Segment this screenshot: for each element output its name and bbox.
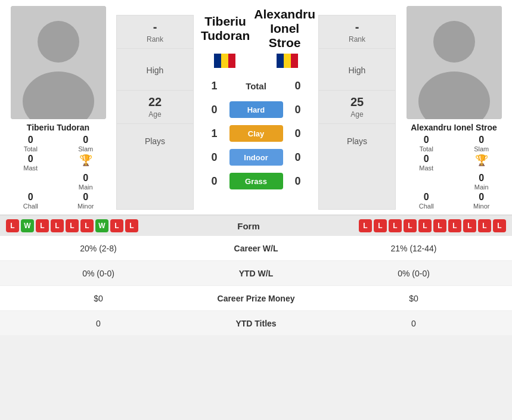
- left-flag: [214, 54, 235, 70]
- right-player-card: Alexandru Ionel Stroe 0 Total 0 Slam 0 M…: [396, 6, 512, 210]
- right-stat-box: - Rank High 25 Age Plays: [318, 15, 396, 210]
- left-rank-row: - Rank: [117, 15, 193, 49]
- score-rows: 1 Total 0 0 Hard 0 1 Clay 0 0 Indoor: [194, 75, 318, 192]
- right-total-stat: 0 Total: [402, 135, 451, 153]
- ytd-wl-right: 0% (0-0): [315, 269, 512, 278]
- form-badge: L: [478, 219, 491, 232]
- left-stat-box: - Rank High 22 Age Plays: [116, 15, 194, 210]
- right-main-stat: 0 Main: [457, 173, 507, 191]
- score-grass-row: 0 Grass 0: [194, 170, 318, 192]
- left-minor-stat: 0 Minor: [61, 192, 111, 210]
- svg-point-10: [433, 21, 475, 63]
- ytd-titles-row: 0 YTD Titles 0: [0, 311, 512, 336]
- right-plays-row: Plays: [319, 124, 395, 157]
- form-label: Form: [237, 221, 260, 231]
- career-wl-right: 21% (12-44): [315, 244, 512, 253]
- form-badge: L: [433, 219, 446, 232]
- right-flag: [277, 54, 298, 70]
- left-plays-row: Plays: [117, 124, 193, 157]
- right-form-badges: LLLLLLLLLL: [359, 219, 506, 232]
- score-indoor-row: 0 Indoor 0: [194, 147, 318, 168]
- left-high-row: High: [117, 49, 193, 91]
- form-badge: L: [66, 219, 79, 232]
- right-trophy-icon: 🏆: [457, 154, 507, 172]
- form-badge: L: [125, 219, 138, 232]
- main-container: Tiberiu Tudoran 0 Total 0 Slam 0 Mast 🏆: [0, 0, 512, 336]
- form-badge: W: [95, 219, 108, 232]
- right-rank-row: - Rank: [319, 15, 395, 49]
- left-age-row: 22 Age: [117, 91, 193, 124]
- form-badge: L: [404, 219, 417, 232]
- right-player-stats: 0 Total 0 Slam 0 Mast 🏆 0 Main: [399, 135, 509, 210]
- career-wl-label: Career W/L: [197, 244, 315, 253]
- career-prize-label: Career Prize Money: [197, 294, 315, 303]
- right-player-avatar: [407, 6, 502, 119]
- ytd-titles-label: YTD Titles: [197, 319, 315, 328]
- left-mast-stat: 0 Mast: [6, 154, 55, 172]
- ytd-wl-row: 0% (0-0) YTD W/L 0% (0-0): [0, 261, 512, 286]
- score-hard-row: 0 Hard 0: [194, 99, 318, 120]
- right-name-header: Alexandru Ionel Stroe: [254, 7, 315, 50]
- flags-row: [194, 54, 318, 75]
- career-prize-row: $0 Career Prize Money $0: [0, 286, 512, 311]
- form-badge: L: [80, 219, 94, 232]
- form-badge: L: [448, 219, 461, 232]
- right-chall-stat: 0 Chall: [402, 192, 451, 210]
- left-player-name: Tiberiu Tudoran: [27, 123, 89, 132]
- left-form-badges: LWLLLLWLL: [6, 219, 138, 232]
- center-col: Tiberiu Tudoran Alexandru Ionel Stroe: [194, 6, 318, 210]
- form-badge: L: [51, 219, 64, 232]
- left-player-card: Tiberiu Tudoran 0 Total 0 Slam 0 Mast 🏆: [0, 6, 116, 210]
- form-badge: L: [6, 219, 19, 232]
- career-wl-left: 20% (2-8): [0, 244, 197, 253]
- ytd-wl-label: YTD W/L: [197, 269, 315, 278]
- right-age-row: 25 Age: [319, 91, 395, 124]
- form-badge: L: [359, 219, 372, 232]
- left-total-stat: 0 Total: [6, 135, 55, 153]
- form-section: LWLLLLWLL Form LLLLLLLLLL: [0, 214, 512, 236]
- left-name-header: Tiberiu Tudoran: [197, 14, 254, 43]
- players-section: Tiberiu Tudoran 0 Total 0 Slam 0 Mast 🏆: [0, 0, 512, 210]
- form-badge: L: [493, 219, 506, 232]
- left-player-stats: 0 Total 0 Slam 0 Mast 🏆 0 Main: [3, 135, 113, 210]
- form-badge: L: [463, 219, 476, 232]
- right-player-name: Alexandru Ionel Stroe: [411, 123, 497, 132]
- svg-rect-4: [221, 54, 228, 68]
- left-slam-stat: 0 Slam: [61, 135, 111, 153]
- stats-rows: 20% (2-8) Career W/L 21% (12-44) 0% (0-0…: [0, 236, 512, 336]
- right-mast-stat: 0 Mast: [402, 154, 451, 172]
- ytd-titles-left: 0: [0, 319, 197, 328]
- score-clay-row: 1 Clay 0: [194, 123, 318, 144]
- right-minor-stat: 0 Minor: [457, 192, 507, 210]
- career-prize-right: $0: [315, 294, 512, 303]
- svg-rect-7: [284, 54, 291, 68]
- form-badge: L: [389, 219, 402, 232]
- form-badge: L: [374, 219, 387, 232]
- svg-rect-3: [214, 54, 221, 68]
- form-badge: L: [418, 219, 432, 232]
- names-header-row: Tiberiu Tudoran Alexandru Ionel Stroe: [194, 6, 318, 54]
- left-trophy-icon: 🏆: [61, 154, 111, 172]
- svg-rect-8: [291, 54, 298, 68]
- left-chall-stat: 0 Chall: [6, 192, 55, 210]
- left-main-stat: 0 Main: [61, 173, 111, 191]
- right-slam-stat: 0 Slam: [457, 135, 507, 153]
- form-badge: L: [110, 219, 123, 232]
- career-prize-left: $0: [0, 294, 197, 303]
- svg-rect-6: [277, 54, 284, 68]
- form-badge: L: [36, 219, 49, 232]
- career-wl-row: 20% (2-8) Career W/L 21% (12-44): [0, 236, 512, 261]
- score-total-row: 1 Total 0: [194, 75, 318, 97]
- form-badge: W: [21, 219, 34, 232]
- ytd-titles-right: 0: [315, 319, 512, 328]
- svg-point-1: [38, 21, 79, 63]
- ytd-wl-left: 0% (0-0): [0, 269, 197, 278]
- left-player-avatar: [11, 6, 106, 119]
- svg-rect-5: [228, 54, 235, 68]
- right-high-row: High: [319, 49, 395, 91]
